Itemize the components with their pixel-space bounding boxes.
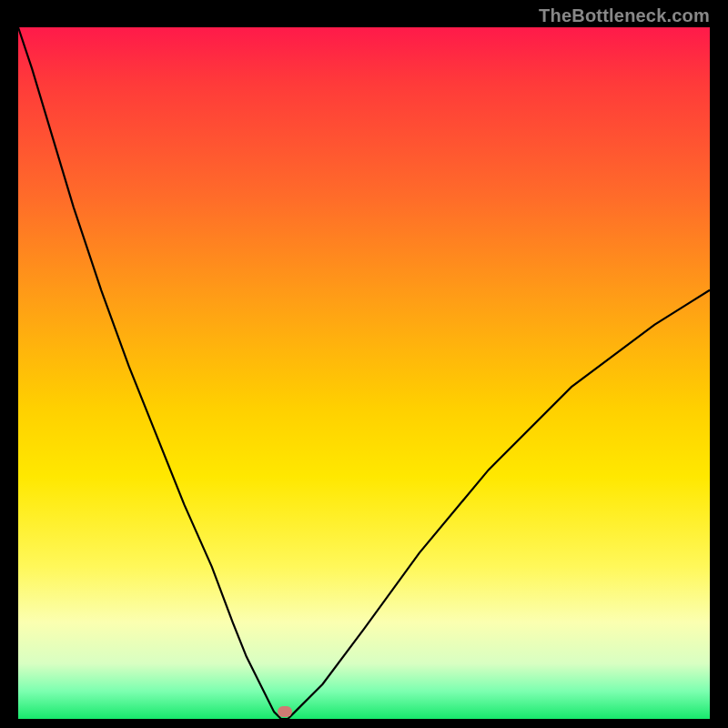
- chart-plot-area: [18, 27, 710, 719]
- attribution-text: TheBottleneck.com: [539, 5, 710, 26]
- optimal-point-marker: [278, 706, 292, 717]
- bottleneck-curve: [18, 27, 710, 719]
